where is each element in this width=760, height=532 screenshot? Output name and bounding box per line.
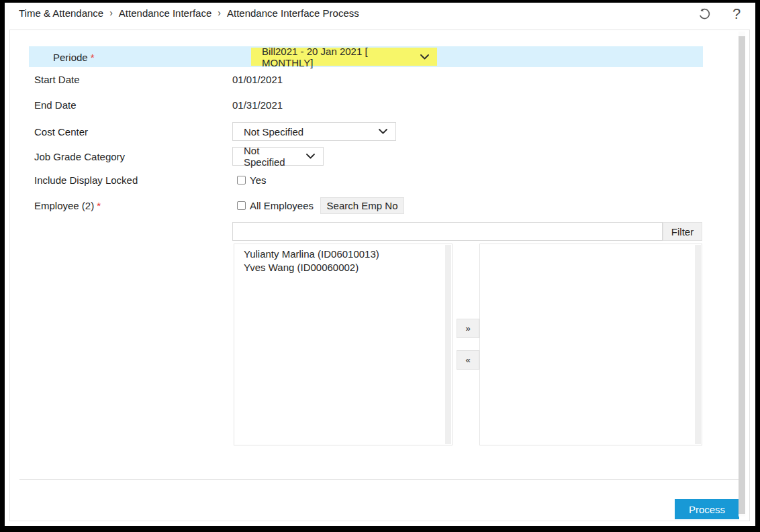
required-asterisk: * <box>97 200 101 211</box>
refresh-icon[interactable] <box>696 6 712 22</box>
breadcrumb-item-time-attendance[interactable]: Time & Attendance <box>19 7 103 19</box>
period-row: Periode* Bill2021 - 20 Jan 2021 [ MONTHL… <box>29 46 703 67</box>
employee-label: Employee (2)* <box>34 200 101 211</box>
job-grade-category-select-value: Not Specified <box>244 145 299 168</box>
selected-employees-listbox[interactable] <box>479 244 702 445</box>
available-employees-listbox[interactable]: Yulianty Marlina (ID06010013)Yves Wang (… <box>234 244 453 445</box>
process-button[interactable]: Process <box>675 499 739 519</box>
filter-button[interactable]: Filter <box>663 222 702 241</box>
end-date-label: End Date <box>34 99 77 111</box>
all-employees-checkbox-label: All Employees <box>250 200 314 211</box>
list-item[interactable]: Yulianty Marlina (ID06010013) <box>234 248 452 261</box>
page: Time & Attendance › Attendance Interface… <box>5 3 755 526</box>
filter-input[interactable] <box>232 222 663 241</box>
cost-center-select-value: Not Specified <box>244 126 303 138</box>
include-display-locked-checkbox-label: Yes <box>250 174 266 186</box>
listbox-scrollbar[interactable] <box>445 245 451 444</box>
chevron-down-icon <box>306 154 315 159</box>
list-item[interactable]: Yves Wang (ID00060002) <box>234 261 452 274</box>
panel-scrollbar <box>739 32 745 517</box>
job-grade-category-row: Job Grade Category Not Specified <box>10 147 749 166</box>
breadcrumb: Time & Attendance › Attendance Interface… <box>19 7 359 19</box>
period-select-value: Bill2021 - 20 Jan 2021 [ MONTHLY] <box>262 46 401 68</box>
job-grade-category-select[interactable]: Not Specified <box>232 147 324 166</box>
form-panel: Periode* Bill2021 - 20 Jan 2021 [ MONTHL… <box>9 30 750 521</box>
period-label: Periode* <box>53 51 95 62</box>
include-display-locked-checkbox[interactable] <box>237 176 246 184</box>
chevron-down-icon <box>420 54 429 60</box>
move-left-button[interactable]: « <box>457 350 479 370</box>
breadcrumb-separator: › <box>109 7 113 18</box>
footer-divider <box>19 479 740 480</box>
chevron-down-icon <box>379 129 387 134</box>
employee-row: Employee (2)* All Employees Search Emp N… <box>10 197 749 214</box>
include-display-locked-row: Include Display Locked Yes <box>10 172 749 187</box>
end-date-value: 01/31/2021 <box>232 99 283 111</box>
start-date-value: 01/01/2021 <box>232 74 283 85</box>
end-date-row: End Date 01/31/2021 <box>10 97 749 112</box>
search-emp-no-button[interactable]: Search Emp No <box>320 197 404 214</box>
panel-scrollbar-thumb[interactable] <box>739 36 745 514</box>
move-right-button[interactable]: » <box>457 319 479 338</box>
listbox-scrollbar[interactable] <box>695 245 701 444</box>
breadcrumb-item-attendance-interface-process: Attendance Interface Process <box>227 7 359 19</box>
breadcrumb-item-attendance-interface[interactable]: Attendance Interface <box>119 7 211 19</box>
cost-center-row: Cost Center Not Specified <box>10 122 749 141</box>
include-display-locked-label: Include Display Locked <box>34 174 138 186</box>
start-date-row: Start Date 01/01/2021 <box>10 72 749 87</box>
period-select[interactable]: Bill2021 - 20 Jan 2021 [ MONTHLY] <box>251 48 437 66</box>
cost-center-select[interactable]: Not Specified <box>232 122 396 141</box>
help-icon[interactable]: ? <box>728 6 745 22</box>
start-date-label: Start Date <box>34 74 80 85</box>
breadcrumb-separator: › <box>218 7 221 18</box>
cost-center-label: Cost Center <box>34 126 88 138</box>
required-asterisk: * <box>91 51 95 62</box>
all-employees-checkbox[interactable] <box>237 201 246 210</box>
window-frame: Time & Attendance › Attendance Interface… <box>0 0 760 532</box>
header-icons: ? <box>696 6 745 22</box>
job-grade-category-label: Job Grade Category <box>34 151 125 162</box>
